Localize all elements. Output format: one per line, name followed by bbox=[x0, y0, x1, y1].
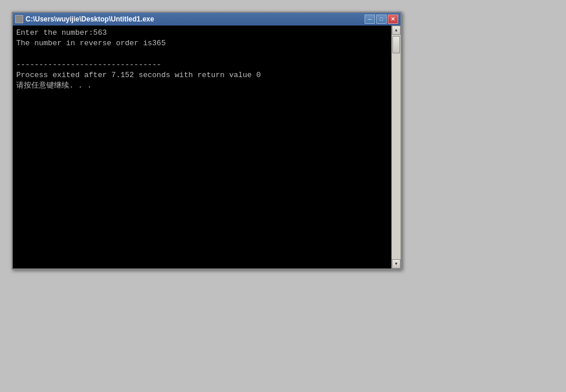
close-button[interactable]: ✕ bbox=[388, 14, 398, 24]
title-bar: C:\Users\wuyijie\Desktop\Untitled1.exe ─… bbox=[13, 13, 401, 26]
console-line-6: 请按任意键继续. . . bbox=[16, 81, 92, 90]
scroll-track[interactable] bbox=[392, 35, 401, 259]
console-line-4: -------------------------------- bbox=[16, 60, 161, 69]
title-bar-buttons: ─ □ ✕ bbox=[365, 14, 398, 24]
window-title: C:\Users\wuyijie\Desktop\Untitled1.exe bbox=[26, 15, 154, 23]
title-bar-left: C:\Users\wuyijie\Desktop\Untitled1.exe bbox=[15, 15, 154, 23]
scrollbar[interactable]: ▲ ▼ bbox=[391, 26, 401, 268]
main-window: C:\Users\wuyijie\Desktop\Untitled1.exe ─… bbox=[12, 12, 402, 270]
minimize-button[interactable]: ─ bbox=[365, 14, 375, 24]
scroll-up-button[interactable]: ▲ bbox=[392, 26, 401, 35]
console-line-1: Enter the number:563 bbox=[16, 28, 107, 37]
console-line-2: The number in reverse order is365 bbox=[16, 39, 165, 48]
maximize-button[interactable]: □ bbox=[376, 14, 387, 24]
scroll-down-button[interactable]: ▼ bbox=[392, 259, 401, 268]
console-area: Enter the number:563 The number in rever… bbox=[13, 26, 391, 268]
scroll-thumb[interactable] bbox=[392, 36, 400, 53]
console-line-5: Process exited after 7.152 seconds with … bbox=[16, 71, 261, 79]
window-body: Enter the number:563 The number in rever… bbox=[13, 26, 401, 268]
console-output: Enter the number:563 The number in rever… bbox=[16, 28, 388, 91]
app-icon bbox=[15, 15, 23, 23]
